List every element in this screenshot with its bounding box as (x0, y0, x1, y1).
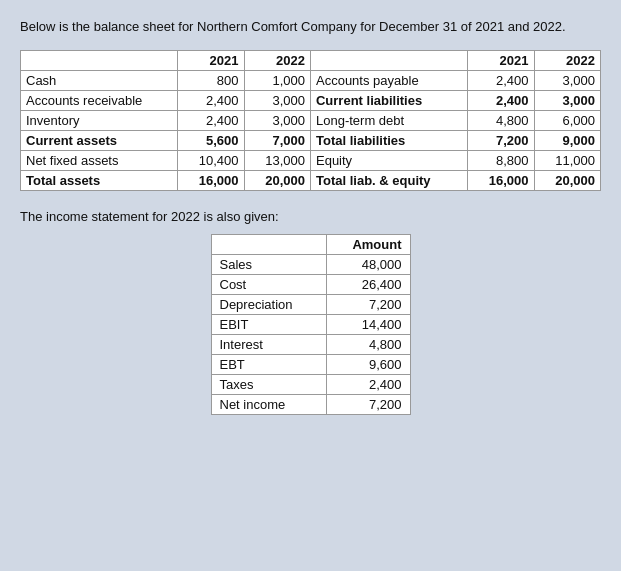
income-row-value: 2,400 (326, 375, 410, 395)
intro-text: Below is the balance sheet for Northern … (20, 18, 601, 36)
bs-right-2022: 20,000 (534, 171, 600, 191)
income-row-value: 48,000 (326, 255, 410, 275)
bs-right-2022: 11,000 (534, 151, 600, 171)
bs-right-2021: 16,000 (468, 171, 534, 191)
income-header: Amount (326, 235, 410, 255)
income-table-wrapper: Amount Sales48,000Cost26,400Depreciation… (20, 234, 601, 415)
bs-header-2022-right: 2022 (534, 51, 600, 71)
income-row-label: Net income (211, 395, 326, 415)
bs-right-label: Current liabilities (310, 91, 467, 111)
bs-left-2021: 10,400 (178, 151, 244, 171)
bs-header-2021-left: 2021 (178, 51, 244, 71)
bs-right-label: Total liab. & equity (310, 171, 467, 191)
bs-right-2021: 8,800 (468, 151, 534, 171)
bs-left-2021: 5,600 (178, 131, 244, 151)
bs-right-2022: 3,000 (534, 91, 600, 111)
income-row-value: 14,400 (326, 315, 410, 335)
bs-left-label: Cash (21, 71, 178, 91)
bs-left-2021: 2,400 (178, 111, 244, 131)
income-row-label: EBT (211, 355, 326, 375)
bs-right-2021: 4,800 (468, 111, 534, 131)
income-statement-table: Amount Sales48,000Cost26,400Depreciation… (211, 234, 411, 415)
bs-left-2022: 1,000 (244, 71, 310, 91)
bs-left-2021: 2,400 (178, 91, 244, 111)
income-row-value: 4,800 (326, 335, 410, 355)
income-row-label: Interest (211, 335, 326, 355)
income-row-label: Cost (211, 275, 326, 295)
income-row-label: Taxes (211, 375, 326, 395)
bs-right-2022: 9,000 (534, 131, 600, 151)
income-row-label: Depreciation (211, 295, 326, 315)
bs-left-label: Current assets (21, 131, 178, 151)
bs-left-label: Net fixed assets (21, 151, 178, 171)
bs-right-label: Total liabilities (310, 131, 467, 151)
bs-left-2022: 20,000 (244, 171, 310, 191)
bs-right-2022: 3,000 (534, 71, 600, 91)
bs-header-2022-left: 2022 (244, 51, 310, 71)
bs-right-2021: 2,400 (468, 91, 534, 111)
bs-left-label: Total assets (21, 171, 178, 191)
income-row-value: 7,200 (326, 295, 410, 315)
bs-right-label: Equity (310, 151, 467, 171)
bs-left-label: Inventory (21, 111, 178, 131)
bs-right-label: Accounts payable (310, 71, 467, 91)
income-row-label: Sales (211, 255, 326, 275)
bs-right-label: Long-term debt (310, 111, 467, 131)
income-row-value: 9,600 (326, 355, 410, 375)
bs-left-2021: 800 (178, 71, 244, 91)
income-intro-text: The income statement for 2022 is also gi… (20, 209, 601, 224)
bs-header-2021-right: 2021 (468, 51, 534, 71)
income-row-value: 7,200 (326, 395, 410, 415)
bs-right-2021: 2,400 (468, 71, 534, 91)
bs-left-2022: 7,000 (244, 131, 310, 151)
income-row-value: 26,400 (326, 275, 410, 295)
bs-right-2021: 7,200 (468, 131, 534, 151)
bs-left-label: Accounts receivable (21, 91, 178, 111)
balance-sheet-wrapper: 2021 2022 2021 2022 Cash8001,000Accounts… (20, 50, 601, 191)
bs-left-2021: 16,000 (178, 171, 244, 191)
bs-right-2022: 6,000 (534, 111, 600, 131)
income-section: The income statement for 2022 is also gi… (20, 209, 601, 415)
bs-left-2022: 3,000 (244, 91, 310, 111)
bs-left-2022: 13,000 (244, 151, 310, 171)
income-row-label: EBIT (211, 315, 326, 335)
bs-left-2022: 3,000 (244, 111, 310, 131)
balance-sheet-table: 2021 2022 2021 2022 Cash8001,000Accounts… (20, 50, 601, 191)
